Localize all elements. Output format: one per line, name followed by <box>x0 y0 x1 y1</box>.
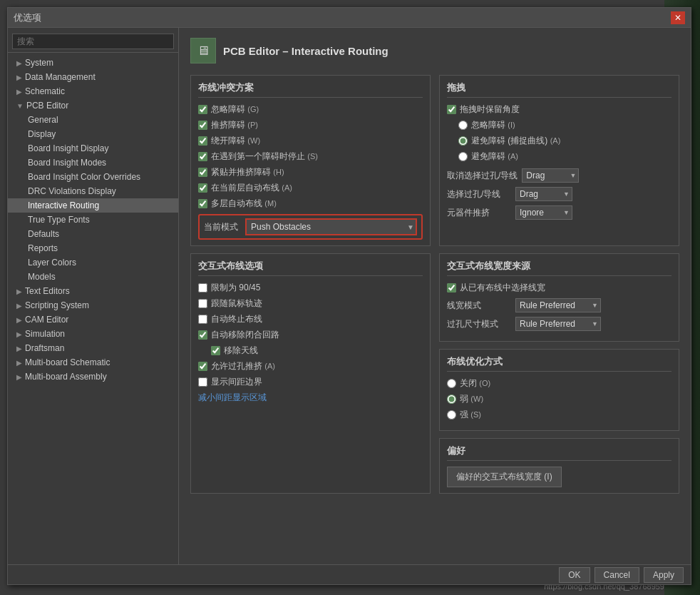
sidebar-item-label: CAM Editor <box>25 315 68 325</box>
optimization-section: 布线优化方式 关闭 (O) 弱 (W) 强 (S) <box>439 349 679 431</box>
hug-push-label[interactable]: 紧贴并推挤障碍 (H) <box>211 166 284 178</box>
sidebar-item-simulation[interactable]: ▶ Simulation <box>8 327 178 341</box>
follow-mouse-label[interactable]: 跟随鼠标轨迹 <box>211 298 262 310</box>
walkaround-label[interactable]: 绕开障碍 (W) <box>211 135 260 147</box>
follow-mouse-checkbox[interactable] <box>198 299 207 308</box>
ignore-obstacles-checkbox[interactable] <box>198 105 207 114</box>
sidebar-item-cam-editor[interactable]: ▶ CAM Editor <box>8 312 178 327</box>
push-obstacles-label[interactable]: 推挤障碍 (P) <box>211 119 258 131</box>
sidebar-item-scripting-system[interactable]: ▶ Scripting System <box>8 298 178 312</box>
ignore-drag-radio[interactable] <box>458 121 468 130</box>
keep-angle-label[interactable]: 拖拽时保留角度 <box>460 103 520 116</box>
stop-at-first-label[interactable]: 在遇到第一个障碍时停止 (S) <box>211 151 318 163</box>
preference-button[interactable]: 偏好的交互式布线宽度 (I) <box>447 467 562 487</box>
sidebar-item-system[interactable]: ▶ System <box>8 56 178 70</box>
sidebar-item-layer-colors[interactable]: Layer Colors <box>8 255 178 270</box>
ignore-obstacles-label[interactable]: 忽略障碍 (G) <box>211 103 259 116</box>
via-size-mode-dropdown[interactable]: Rule Preferred User Choice Last Used <box>515 317 601 331</box>
search-input[interactable] <box>12 34 174 49</box>
avoid-radio[interactable] <box>458 152 468 161</box>
push-obstacles-row: 推挤障碍 (P) <box>198 119 423 131</box>
component-push-dropdown[interactable]: Ignore Push <box>515 205 572 220</box>
limit-90-45-label[interactable]: 限制为 90/45 <box>211 282 260 294</box>
sidebar-item-interactive-routing[interactable]: Interactive Routing <box>8 198 178 213</box>
sidebar-item-label: Board Insight Display <box>28 143 108 153</box>
allow-via-push-label[interactable]: 允许过孔推挤 (A) <box>211 360 275 372</box>
avoid-hug-row: 避免障碍 (捕捉曲线) (A) <box>458 135 671 147</box>
auto-route-multi-label[interactable]: 多层自动布线 (M) <box>211 198 277 210</box>
sidebar-item-label: Scripting System <box>25 300 89 310</box>
opt-weak-radio[interactable] <box>447 395 456 404</box>
sidebar-item-models[interactable]: Models <box>8 270 178 284</box>
avoid-hug-label[interactable]: 避免障碍 (捕捉曲线) (A) <box>471 135 560 147</box>
sidebar-item-label: Multi-board Schematic <box>25 357 110 367</box>
sidebar-item-draftsman[interactable]: ▶ Draftsman <box>8 341 178 355</box>
arrow-icon: ▶ <box>16 373 22 381</box>
allow-via-push-checkbox[interactable] <box>198 362 207 371</box>
show-clearance-checkbox[interactable] <box>198 377 207 387</box>
sidebar-item-multi-board-schematic[interactable]: ▶ Multi-board Schematic <box>8 355 178 370</box>
width-source-section: 交互式布线宽度来源 从已有布线中选择线宽 线宽模式 Rule Preferred <box>439 253 679 342</box>
width-source-title: 交互式布线宽度来源 <box>447 260 671 276</box>
select-via-row: 选择过孔/导线 Drag Move <box>447 187 671 201</box>
line-width-mode-dropdown[interactable]: Rule Preferred User Choice Last Used <box>515 298 601 312</box>
opt-off-label[interactable]: 关闭 (O) <box>460 377 490 390</box>
apply-button[interactable]: Apply <box>644 567 684 583</box>
sidebar-item-schematic[interactable]: ▶ Schematic <box>8 84 178 98</box>
stop-at-first-row: 在遇到第一个障碍时停止 (S) <box>198 151 423 163</box>
sidebar-item-board-insight-display[interactable]: Board Insight Display <box>8 141 178 156</box>
limit-90-45-checkbox[interactable] <box>198 283 207 293</box>
sidebar-item-defaults[interactable]: Defaults <box>8 227 178 241</box>
push-obstacles-checkbox[interactable] <box>198 121 207 130</box>
auto-terminate-label[interactable]: 自动终止布线 <box>211 313 262 325</box>
sidebar-item-drc-violations-display[interactable]: DRC Violations Display <box>8 184 178 198</box>
auto-terminate-checkbox[interactable] <box>198 315 207 324</box>
remove-antenna-label[interactable]: 移除天线 <box>224 345 258 357</box>
opt-strong-radio[interactable] <box>447 410 456 419</box>
ignore-drag-label[interactable]: 忽略障碍 (I) <box>471 119 515 131</box>
sidebar-item-pcb-editor[interactable]: ▼ PCB Editor <box>8 98 178 113</box>
title-bar: 优选项 ✕ <box>8 8 691 28</box>
sidebar-item-multi-board-assembly[interactable]: ▶ Multi-board Assembly <box>8 370 178 384</box>
select-via-dropdown[interactable]: Drag Move <box>515 187 572 201</box>
auto-route-multi-checkbox[interactable] <box>198 199 207 208</box>
remove-antenna-row: 移除天线 <box>211 345 423 357</box>
opt-off-radio[interactable] <box>447 379 456 388</box>
mode-select[interactable]: Push Obstacles Ignore Obstacles Walkarou… <box>245 218 417 235</box>
cancel-select-dropdown[interactable]: Drag Move <box>522 168 579 183</box>
sidebar-item-display[interactable]: Display <box>8 127 178 141</box>
sidebar-item-reports[interactable]: Reports <box>8 241 178 255</box>
mode-highlight-row: 当前模式 Push Obstacles Ignore Obstacles Wal… <box>198 214 423 240</box>
ok-button[interactable]: OK <box>559 567 590 583</box>
walkaround-checkbox[interactable] <box>198 136 207 146</box>
avoid-hug-radio[interactable] <box>458 136 468 146</box>
auto-route-current-label[interactable]: 在当前层自动布线 (A) <box>211 182 292 194</box>
opt-strong-label[interactable]: 强 (S) <box>460 409 481 421</box>
sidebar-item-board-insight-modes[interactable]: Board Insight Modes <box>8 156 178 170</box>
sidebar-item-board-insight-color-overrides[interactable]: Board Insight Color Overrides <box>8 170 178 184</box>
sidebar-item-data-management[interactable]: ▶ Data Management <box>8 70 178 84</box>
keep-angle-checkbox[interactable] <box>447 105 456 114</box>
conflict-section-title: 布线冲突方案 <box>198 81 423 98</box>
sidebar-item-true-type-fonts[interactable]: True Type Fonts <box>8 213 178 227</box>
remove-loops-checkbox[interactable] <box>198 330 207 340</box>
conflict-section: 布线冲突方案 忽略障碍 (G) 推挤障碍 (P) <box>190 75 431 246</box>
select-from-existing-checkbox[interactable] <box>447 283 456 293</box>
stop-at-first-checkbox[interactable] <box>198 152 207 161</box>
reduce-clearance-link[interactable]: 减小间距显示区域 <box>198 392 267 402</box>
show-clearance-label[interactable]: 显示间距边界 <box>211 376 262 388</box>
hug-push-checkbox[interactable] <box>198 168 207 177</box>
sidebar-item-general[interactable]: General <box>8 113 178 127</box>
sidebar-item-label: Defaults <box>28 229 59 239</box>
remove-antenna-checkbox[interactable] <box>211 346 220 355</box>
close-button[interactable]: ✕ <box>671 11 685 24</box>
avoid-label[interactable]: 避免障碍 (A) <box>471 151 518 163</box>
content-title: PCB Editor – Interactive Routing <box>223 45 388 57</box>
sidebar-item-text-editors[interactable]: ▶ Text Editors <box>8 284 178 298</box>
auto-route-current-checkbox[interactable] <box>198 183 207 193</box>
mode-select-wrapper: Push Obstacles Ignore Obstacles Walkarou… <box>245 218 417 235</box>
cancel-button[interactable]: Cancel <box>595 567 639 583</box>
select-from-existing-label[interactable]: 从已有布线中选择线宽 <box>460 282 545 294</box>
opt-weak-label[interactable]: 弱 (W) <box>460 393 483 405</box>
remove-loops-label[interactable]: 自动移除闭合回路 <box>211 329 279 341</box>
